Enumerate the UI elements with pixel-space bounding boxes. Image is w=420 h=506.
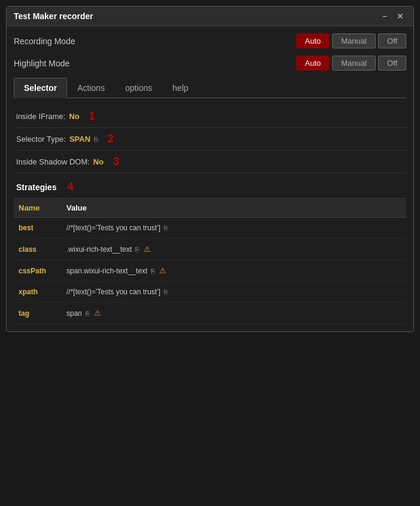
step-3: 3: [113, 156, 119, 168]
window-title: Test Maker recorder: [14, 11, 93, 21]
table-row: class.wixui-rich-text__text ⎘ ⚠: [14, 239, 406, 260]
highlight-mode-row: Highlight Mode Auto Manual Off: [14, 56, 406, 71]
col-value: Value: [62, 199, 406, 218]
copy-icon[interactable]: ⎘: [162, 288, 168, 295]
table-row: tagspan ⎘ ⚠: [14, 303, 406, 324]
strategy-value: //*[text()='Tests you can trust'] ⎘: [62, 218, 406, 239]
table-row: cssPathspan.wixui-rich-text__text ⎘ ⚠: [14, 260, 406, 282]
selector-type-value: SPAN: [69, 135, 90, 144]
selector-type-row: Selector Type: SPAN ⎘ 2: [14, 128, 406, 151]
highlight-mode-off[interactable]: Off: [378, 56, 406, 71]
tab-actions[interactable]: Actions: [67, 78, 115, 97]
minimize-button[interactable]: −: [380, 11, 389, 21]
strategies-table: Name Value best//*[text()='Tests you can…: [14, 199, 406, 324]
step-1: 1: [89, 110, 95, 123]
strategy-name: best: [14, 218, 62, 239]
shadow-dom-row: Inside Shadow DOM: No 3: [14, 151, 406, 173]
copy-icon[interactable]: ⎘: [84, 310, 90, 317]
col-name: Name: [14, 199, 62, 218]
recording-mode-buttons: Auto Manual Off: [296, 33, 407, 48]
tab-selector[interactable]: Selector: [14, 78, 67, 98]
strategies-label: Strategies: [16, 182, 57, 192]
strategy-value: .wixui-rich-text__text ⎘ ⚠: [62, 239, 406, 260]
tab-bar: Selector Actions options help: [14, 78, 406, 98]
strategies-header: Strategies 4: [14, 176, 406, 199]
strategy-value-text: span: [66, 309, 82, 318]
table-row: xpath//*[text()='Tests you can trust'] ⎘: [14, 282, 406, 303]
step-2: 2: [108, 133, 114, 145]
copy-icon[interactable]: ⎘: [149, 267, 155, 275]
strategy-value: //*[text()='Tests you can trust'] ⎘: [62, 282, 406, 303]
strategy-value: span ⎘ ⚠: [62, 303, 406, 324]
table-row: best//*[text()='Tests you can trust'] ⎘: [14, 218, 406, 239]
title-bar: Test Maker recorder − ✕: [7, 7, 413, 26]
selector-type-label: Selector Type:: [16, 135, 66, 144]
recording-mode-auto[interactable]: Auto: [296, 33, 330, 48]
strategy-value: span.wixui-rich-text__text ⎘ ⚠: [62, 260, 406, 282]
content-area: Recording Mode Auto Manual Off Highlight…: [7, 26, 413, 331]
window-controls: − ✕: [380, 11, 406, 21]
iframe-value: No: [69, 112, 79, 121]
copy-icon[interactable]: ⎘: [133, 246, 139, 253]
recording-mode-row: Recording Mode Auto Manual Off: [14, 33, 406, 48]
warn-icon: ⚠: [141, 245, 151, 254]
iframe-row: inside IFrame: No 1: [14, 105, 406, 128]
main-window: Test Maker recorder − ✕ Recording Mode A…: [6, 6, 414, 332]
strategy-name: tag: [14, 303, 62, 324]
strategy-value-text: span.wixui-rich-text__text: [66, 267, 147, 275]
strategy-value-text: //*[text()='Tests you can trust']: [66, 224, 160, 232]
strategies-table-header: Name Value: [14, 199, 406, 218]
selector-type-copy-icon[interactable]: ⎘: [94, 136, 98, 143]
shadow-dom-value: No: [93, 157, 104, 166]
highlight-mode-manual[interactable]: Manual: [332, 56, 376, 71]
copy-icon[interactable]: ⎘: [162, 224, 168, 231]
tab-options[interactable]: options: [115, 78, 162, 97]
strategy-name: cssPath: [14, 260, 62, 282]
strategy-name: class: [14, 239, 62, 260]
recording-mode-off[interactable]: Off: [378, 33, 406, 48]
info-section: inside IFrame: No 1 Selector Type: SPAN …: [14, 105, 406, 173]
tab-help[interactable]: help: [162, 78, 198, 97]
highlight-mode-buttons: Auto Manual Off: [296, 56, 407, 71]
warn-icon: ⚠: [157, 266, 166, 275]
warn-icon: ⚠: [92, 309, 101, 318]
close-button[interactable]: ✕: [394, 11, 406, 21]
strategy-value-text: .wixui-rich-text__text: [66, 245, 132, 254]
strategy-value-text: //*[text()='Tests you can trust']: [66, 288, 160, 296]
highlight-mode-label: Highlight Mode: [14, 59, 69, 68]
step-4: 4: [68, 181, 74, 193]
strategy-name: xpath: [14, 282, 62, 303]
iframe-label: inside IFrame:: [16, 112, 65, 121]
recording-mode-label: Recording Mode: [14, 36, 75, 46]
shadow-dom-label: Inside Shadow DOM:: [16, 157, 90, 166]
highlight-mode-auto[interactable]: Auto: [296, 56, 330, 71]
recording-mode-manual[interactable]: Manual: [332, 33, 376, 48]
